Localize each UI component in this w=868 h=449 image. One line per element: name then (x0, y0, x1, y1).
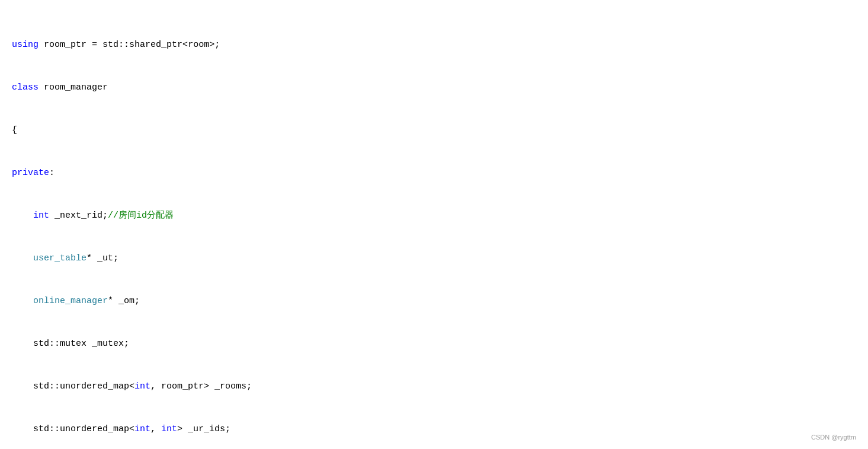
std-namespace: std:: (103, 40, 129, 50)
comment-1: //房间id分配器 (108, 211, 174, 221)
classname: room_manager (44, 82, 108, 93)
line-6: user_table* _ut; (12, 251, 856, 266)
line-10: std::unordered_map<int, int> _ur_ids; (12, 422, 856, 437)
keyword-using: using (12, 40, 39, 50)
type-online-manager: online_manager (33, 296, 108, 306)
watermark: CSDN @rygttm (811, 432, 856, 443)
line-4: private: (12, 166, 856, 180)
line-3: { (12, 123, 856, 138)
line-7: online_manager* _om; (12, 294, 856, 308)
line-2: class room_manager (12, 81, 856, 95)
identifier: room_ptr (44, 40, 87, 50)
line-5: int _next_rid;//房间id分配器 (12, 209, 856, 223)
code-editor: using room_ptr = std::shared_ptr<room>; … (12, 9, 856, 449)
type-user-table: user_table (33, 253, 87, 263)
keyword-class: class (12, 82, 39, 93)
keyword-int: int (33, 211, 49, 221)
line-1: using room_ptr = std::shared_ptr<room>; (12, 38, 856, 52)
line-8: std::mutex _mutex; (12, 337, 856, 351)
keyword-private: private (12, 168, 49, 178)
line-9: std::unordered_map<int, room_ptr> _rooms… (12, 380, 856, 394)
